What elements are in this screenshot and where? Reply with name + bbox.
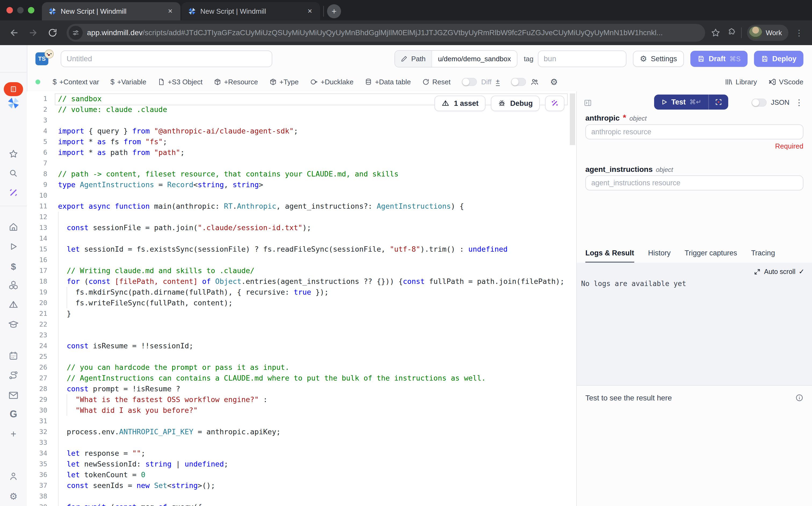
- forward-button[interactable]: [25, 24, 42, 41]
- code-line[interactable]: [58, 491, 576, 502]
- sidebar-item-assets[interactable]: [0, 300, 27, 310]
- code-line[interactable]: [58, 330, 576, 341]
- sidebar-item-settings[interactable]: ⚙: [0, 491, 27, 502]
- sidebar-item-add-trigger[interactable]: +: [0, 429, 27, 439]
- code-line[interactable]: let tokenCount = 0: [58, 470, 576, 480]
- draft-button[interactable]: Draft ⌘S: [690, 51, 747, 67]
- address-bar[interactable]: app.windmill.dev/scripts/add#JTdCJTIyaGF…: [67, 24, 705, 41]
- sidebar-item-home[interactable]: [0, 222, 27, 232]
- code-line[interactable]: const sessionFile = path.join(".claude/s…: [58, 223, 576, 233]
- path-edit-button[interactable]: Path: [395, 51, 432, 67]
- panel-menu-icon[interactable]: ⋮: [794, 98, 805, 107]
- code-line[interactable]: const isResume = !!sessionId;: [58, 341, 576, 351]
- agent-instructions-resource-input[interactable]: [585, 175, 803, 190]
- site-info-button[interactable]: [69, 26, 83, 40]
- collapse-panel-button[interactable]: [584, 99, 592, 107]
- code-line[interactable]: // Writing claude.md and skills to .clau…: [58, 265, 576, 276]
- code-line[interactable]: fs.writeFileSync(fullPath, content);: [58, 298, 576, 308]
- add-data-table-button[interactable]: +Data table: [365, 78, 411, 86]
- sidebar-item-runs[interactable]: [0, 242, 27, 251]
- summary-input[interactable]: [61, 51, 272, 67]
- code-editor[interactable]: 1234567891011121314151617181920212223242…: [27, 91, 576, 506]
- close-tab-icon[interactable]: ✕: [305, 6, 315, 16]
- library-button[interactable]: Library: [725, 78, 757, 86]
- browser-menu-icon[interactable]: ⋮: [794, 28, 805, 37]
- editor-scrollbar[interactable]: [570, 93, 575, 145]
- code-line[interactable]: "What is the fastest OSS workflow engine…: [58, 394, 576, 405]
- extensions-icon[interactable]: [726, 28, 736, 37]
- sidebar-item-gcp[interactable]: G: [0, 409, 27, 420]
- sidebar-item-search[interactable]: [0, 168, 27, 178]
- code-line[interactable]: [58, 351, 576, 362]
- debug-button[interactable]: Debug: [491, 96, 540, 111]
- test-options-button[interactable]: [709, 94, 728, 109]
- editor-settings-button[interactable]: ⚙: [550, 78, 558, 86]
- zoom-window-button[interactable]: [28, 7, 34, 13]
- code-line[interactable]: for (const [filePath, content] of Object…: [58, 276, 576, 287]
- add-variable-button[interactable]: $+Variable: [110, 78, 146, 86]
- code-line[interactable]: [58, 158, 576, 169]
- ai-assistant-button[interactable]: [545, 96, 564, 111]
- code-line[interactable]: const prompt = !isResume ?: [58, 384, 576, 394]
- code-line[interactable]: // path -> content, fileset resource, th…: [58, 169, 576, 179]
- json-toggle[interactable]: [751, 99, 766, 107]
- profile-chip[interactable]: Work: [747, 25, 788, 41]
- test-button[interactable]: Test ⌘↵: [654, 94, 708, 109]
- anthropic-resource-input[interactable]: [585, 124, 803, 140]
- code-line[interactable]: [58, 319, 576, 330]
- tab-trigger-captures[interactable]: Trigger captures: [685, 244, 737, 263]
- code-content[interactable]: // sandbox// volume: claude .claudeimpor…: [58, 93, 576, 506]
- add-ducklake-button[interactable]: +Ducklake: [310, 78, 353, 86]
- add-context-var-button[interactable]: $+Context var: [53, 78, 99, 86]
- code-line[interactable]: process.env.ANTHROPIC_API_KEY = anthropi…: [58, 426, 576, 437]
- minimize-window-button[interactable]: [17, 7, 24, 13]
- reset-button[interactable]: Reset: [422, 78, 451, 86]
- diff-toggle[interactable]: [462, 78, 477, 86]
- path-value[interactable]: u/demo/demo_sandbox: [432, 51, 517, 67]
- code-line[interactable]: for await (const msg of query({: [58, 502, 576, 506]
- check-icon[interactable]: ✓: [799, 267, 805, 276]
- back-button[interactable]: [5, 24, 22, 41]
- path-group[interactable]: Path u/demo/demo_sandbox: [394, 50, 517, 67]
- tab-history[interactable]: History: [648, 244, 671, 263]
- code-line[interactable]: [58, 115, 576, 126]
- code-line[interactable]: [58, 416, 576, 426]
- sidebar-item-email-triggers[interactable]: [0, 390, 27, 401]
- code-line[interactable]: }: [58, 308, 576, 319]
- sidebar-item-schedules[interactable]: [0, 351, 27, 361]
- code-line[interactable]: [58, 437, 576, 448]
- autoscroll-control[interactable]: Auto scroll ✓: [581, 267, 805, 276]
- new-tab-button[interactable]: +: [327, 4, 341, 18]
- multiplayer-toggle[interactable]: [511, 78, 526, 86]
- code-line[interactable]: type AgentInstructions = Record<string, …: [58, 179, 576, 190]
- code-line[interactable]: // AgentInstructions can contains a CLAU…: [58, 373, 576, 384]
- code-line[interactable]: const seenIds = new Set<string>();: [58, 480, 576, 491]
- code-line[interactable]: let sessionId = fs.existsSync(sessionFil…: [58, 244, 576, 255]
- sidebar-item-favorites[interactable]: [0, 149, 27, 159]
- sidebar-item-ai[interactable]: [0, 187, 27, 198]
- tag-input[interactable]: [538, 51, 626, 67]
- sidebar-item-user[interactable]: [0, 471, 27, 481]
- assets-button[interactable]: 1 asset: [435, 96, 485, 111]
- code-line[interactable]: let newSessionId: string | undefined;: [58, 459, 576, 470]
- add-resource-button[interactable]: +Resource: [214, 78, 258, 86]
- code-line[interactable]: [58, 212, 576, 223]
- windmill-logo[interactable]: [0, 97, 27, 109]
- close-tab-icon[interactable]: ✕: [165, 6, 175, 16]
- code-line[interactable]: export async function main(anthropic: RT…: [58, 201, 576, 212]
- code-line[interactable]: import * as path from "path";: [58, 147, 576, 158]
- diff-plusminus-icon[interactable]: ±: [496, 78, 500, 86]
- tab-tracing[interactable]: Tracing: [751, 244, 775, 263]
- sidebar-item-variables[interactable]: $: [0, 261, 27, 272]
- code-line[interactable]: [58, 190, 576, 201]
- code-line[interactable]: let response = "";: [58, 448, 576, 459]
- code-line[interactable]: [58, 255, 576, 265]
- add-s3-object-button[interactable]: +S3 Object: [158, 78, 202, 86]
- code-line[interactable]: // you can hardcode the prompt or pass i…: [58, 362, 576, 373]
- sidebar-item-resources[interactable]: [0, 280, 27, 290]
- sidebar-item-learn[interactable]: [0, 319, 27, 330]
- code-line[interactable]: import { query } from "@anthropic-ai/cla…: [58, 126, 576, 137]
- settings-button[interactable]: ⚙ Settings: [633, 51, 684, 67]
- code-line[interactable]: "What did I ask you before?": [58, 405, 576, 416]
- deploy-button[interactable]: Deploy: [754, 51, 803, 67]
